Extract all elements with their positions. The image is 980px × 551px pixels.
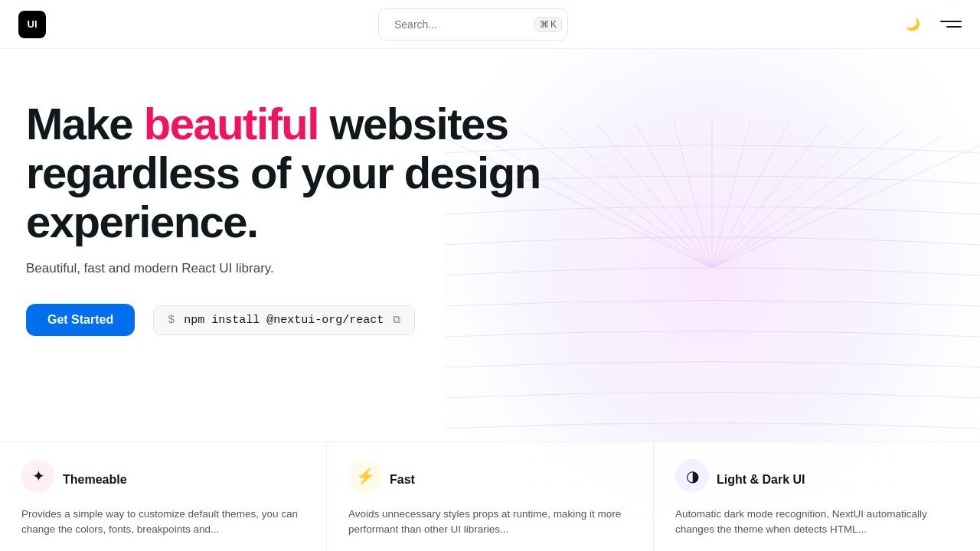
hero-subtitle: Beautiful, fast and modern React UI libr… (26, 261, 689, 276)
menu-line-2 (946, 26, 962, 28)
hero-section: Make beautiful websites regardless of yo… (0, 0, 980, 336)
feature-desc-1: Avoids unnecessary styles props at runti… (348, 507, 632, 538)
hero-title: Make beautiful websites regardless of yo… (26, 99, 689, 246)
logo-text: UI (28, 18, 38, 30)
feature-card-1: ⚡ Fast Avoids unnecessary styles props a… (327, 442, 654, 552)
hero-actions: Get Started $ npm install @nextui-org/re… (26, 304, 689, 336)
search-bar[interactable]: ⌘ K (378, 8, 568, 41)
search-shortcut: ⌘ K (534, 17, 562, 32)
moon-icon: 🌙 (905, 17, 920, 31)
get-started-button[interactable]: Get Started (26, 304, 135, 336)
theme-toggle-button[interactable]: 🌙 (900, 12, 925, 37)
menu-line-1 (940, 21, 962, 22)
features-section: ✦ Themeable Provides a simple way to cus… (0, 442, 980, 552)
feature-name-1: Fast (390, 473, 415, 487)
hero-title-highlight: beautiful (144, 99, 318, 148)
feature-name-0: Themeable (63, 473, 127, 487)
install-cmd-text: npm install @nextui-org/react (184, 314, 384, 327)
copy-icon[interactable]: ⧉ (393, 314, 400, 326)
feature-desc-0: Provides a simple way to customize defau… (21, 507, 305, 538)
hero-title-before: Make (26, 99, 144, 148)
feature-header-2: ◑ Light & Dark UI (675, 459, 959, 500)
logo[interactable]: UI (18, 11, 46, 38)
feature-card-2: ◑ Light & Dark UI Automatic dark mode re… (654, 442, 980, 552)
feature-icon-0: ✦ (21, 459, 55, 493)
hamburger-menu-button[interactable] (937, 12, 962, 37)
navbar: UI ⌘ K 🌙 (0, 0, 980, 49)
feature-icon-2: ◑ (675, 459, 709, 493)
search-input[interactable] (394, 18, 528, 31)
shortcut-symbol: ⌘ (540, 19, 549, 30)
install-command: $ npm install @nextui-org/react ⧉ (153, 305, 415, 335)
feature-name-2: Light & Dark UI (717, 473, 805, 487)
feature-card-0: ✦ Themeable Provides a simple way to cus… (0, 442, 327, 552)
nav-actions: 🌙 (900, 12, 962, 37)
install-prefix: $ (168, 314, 175, 327)
shortcut-key: K (550, 19, 557, 30)
feature-icon-1: ⚡ (348, 459, 382, 493)
feature-header-0: ✦ Themeable (21, 459, 305, 500)
feature-header-1: ⚡ Fast (348, 459, 632, 500)
logo-box: UI (18, 11, 46, 38)
feature-desc-2: Automatic dark mode recognition, NextUI … (675, 507, 959, 538)
